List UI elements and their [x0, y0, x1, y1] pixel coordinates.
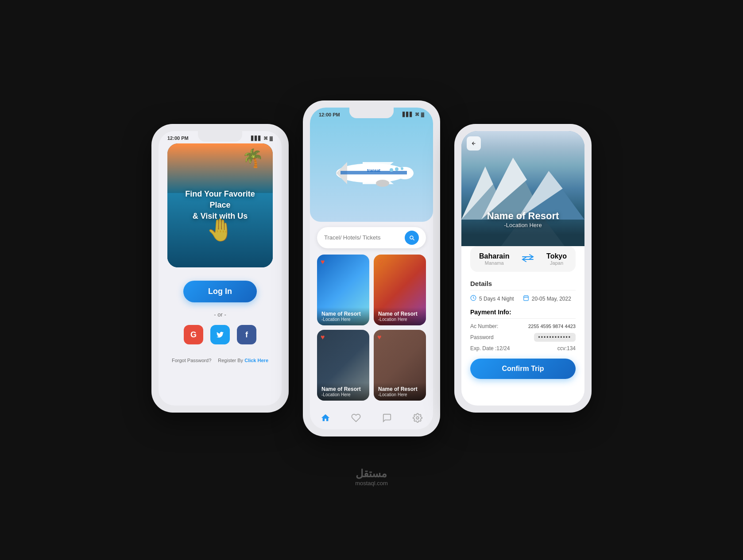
resort-card-2[interactable]: ♡ Name of Resort -Location Here — [374, 255, 426, 325]
google-button[interactable]: G — [184, 325, 203, 344]
svg-point-6 — [376, 180, 389, 187]
card-sub-4: -Location Here — [378, 392, 422, 397]
to-city-sub: Japan — [546, 260, 567, 266]
duration-text: 5 Days 4 Night — [479, 296, 514, 302]
hero-line2: & Visit with Us — [178, 211, 262, 222]
search-button[interactable] — [405, 231, 419, 245]
phones-container: 12:00 PM ▋▋▋ ⌘ ▓ 🌴 🤚 Find Your Favorite … — [134, 74, 609, 463]
resort-card-1[interactable]: ♥ Name of Resort -Location Here — [317, 255, 369, 325]
plane-bg: transat — [310, 120, 433, 222]
expiry-label: Exp. Date :12/24 — [470, 345, 510, 351]
card-title-3: Name of Resort — [321, 386, 365, 392]
heart-icon-1[interactable]: ♥ — [321, 258, 325, 266]
click-here-link[interactable]: Click Here — [244, 358, 268, 363]
time-1: 12:00 PM — [167, 135, 189, 141]
date-detail: 20-05 May, 2022 — [523, 295, 571, 302]
register-text: Register By Click Here — [218, 358, 268, 363]
hero-text: Find Your Favorite Place & Visit with Us — [178, 189, 262, 222]
card-info-1: Name of Resort -Location Here — [317, 307, 369, 325]
resort-card-3[interactable]: ♥ Name of Resort -Location Here — [317, 330, 369, 401]
card-info-4: Name of Resort -Location Here — [374, 382, 426, 401]
confirm-button[interactable]: Confirm Trip — [470, 359, 576, 379]
nav-settings[interactable] — [413, 413, 422, 425]
card-info-3: Name of Resort -Location Here — [317, 382, 369, 401]
svg-text:transat: transat — [367, 168, 380, 173]
hero-image: 🌴 🤚 Find Your Favorite Place & Visit wit… — [167, 143, 273, 267]
resort-title-overlay: Name of Resort -Location Here — [461, 210, 584, 228]
password-row: Password •••••••••••• — [470, 333, 576, 342]
notch-2 — [349, 108, 394, 118]
clock-icon — [470, 295, 476, 302]
watermark-latin: mostaql.com — [355, 480, 388, 487]
nav-chat[interactable] — [382, 413, 392, 425]
card-sub-3: -Location Here — [321, 392, 365, 397]
login-button[interactable]: Log In — [183, 281, 257, 302]
ac-number-row: Ac Number: 2255 4595 9874 4423 — [470, 323, 576, 329]
card-title-4: Name of Resort — [378, 386, 422, 392]
date-text: 20-05 May, 2022 — [532, 296, 571, 302]
search-input[interactable] — [324, 234, 405, 241]
bottom-nav — [310, 407, 433, 429]
phone-search-screen: 12:00 PM ▋▋▋ ⌘ ▓ — [310, 108, 433, 429]
details-card: Baharain Manama Tokyo Japan Details — [461, 237, 584, 406]
or-divider: - or - — [167, 311, 273, 318]
watermark-arabic: مستقل — [355, 467, 388, 480]
nav-home[interactable] — [321, 413, 330, 425]
palm-tree-icon: 🌴 — [242, 148, 264, 169]
forgot-password[interactable]: Forgot Password? — [172, 358, 211, 363]
wifi-icon: ⌘ — [263, 136, 268, 141]
search-bar[interactable] — [317, 227, 426, 248]
phone-details: Name of Resort -Location Here Baharain M… — [454, 124, 592, 413]
svg-point-12 — [417, 417, 419, 419]
wifi-icon-2: ⌘ — [415, 112, 419, 117]
facebook-button[interactable]: f — [237, 325, 256, 344]
password-label: Password — [470, 334, 494, 340]
card-info-2: Name of Resort -Location Here — [374, 307, 426, 325]
signal-icon-2: ▋▋▋ — [402, 112, 413, 117]
hero-plane: transat — [310, 120, 433, 222]
time-2: 12:00 PM — [319, 112, 340, 117]
battery-icon-2: ▓ — [421, 112, 424, 117]
phone-login: 12:00 PM ▋▋▋ ⌘ ▓ 🌴 🤚 Find Your Favorite … — [151, 124, 289, 413]
login-content: 🌴 🤚 Find Your Favorite Place & Visit wit… — [159, 143, 282, 372]
nav-favorites[interactable] — [351, 413, 361, 425]
to-city-name: Tokyo — [546, 252, 567, 260]
to-city: Tokyo Japan — [546, 252, 567, 266]
back-button[interactable] — [467, 136, 481, 151]
expiry-row: Exp. Date :12/24 ccv:134 — [470, 345, 576, 351]
card-sub-2: -Location Here — [378, 317, 422, 322]
heart-icon-4[interactable]: ♥ — [377, 333, 382, 341]
resort-hero: Name of Resort -Location Here — [461, 131, 584, 246]
from-city-sub: Manama — [479, 260, 509, 266]
svg-point-9 — [395, 167, 399, 171]
status-icons-2: ▋▋▋ ⌘ ▓ — [402, 112, 424, 117]
resort-location: -Location Here — [461, 222, 584, 228]
svg-point-8 — [390, 168, 393, 172]
phone-search: 12:00 PM ▋▋▋ ⌘ ▓ — [303, 100, 440, 436]
footer-links: Forgot Password? Register By Click Here — [167, 358, 273, 363]
card-sub-1: -Location Here — [321, 317, 365, 322]
status-icons-1: ▋▋▋ ⌘ ▓ — [251, 136, 273, 141]
route-arrows — [522, 254, 534, 265]
duration-detail: 5 Days 4 Night — [470, 295, 514, 302]
twitter-button[interactable] — [210, 325, 230, 344]
notch — [198, 131, 242, 142]
password-value: •••••••••••• — [534, 333, 576, 342]
card-title-2: Name of Resort — [378, 311, 422, 317]
phone-details-screen: Name of Resort -Location Here Baharain M… — [461, 131, 584, 406]
hero-line1: Find Your Favorite Place — [178, 189, 262, 211]
heart-icon-2[interactable]: ♡ — [377, 258, 383, 266]
payment-section: Payment Info: Ac Number: 2255 4595 9874 … — [470, 309, 576, 351]
signal-icon: ▋▋▋ — [251, 136, 262, 141]
plane-svg: transat — [323, 144, 420, 197]
from-city: Baharain Manama — [479, 252, 509, 266]
cards-grid: ♥ Name of Resort -Location Here ♡ Name o… — [310, 255, 433, 401]
resort-card-4[interactable]: ♥ Name of Resort -Location Here — [374, 330, 426, 401]
battery-icon: ▓ — [270, 136, 273, 141]
details-row: 5 Days 4 Night 20-05 May, 2022 — [470, 295, 576, 302]
calendar-icon — [523, 295, 529, 302]
watermark: مستقل mostaql.com — [355, 467, 388, 487]
card-title-1: Name of Resort — [321, 311, 365, 317]
svg-rect-21 — [523, 296, 528, 301]
heart-icon-3[interactable]: ♥ — [321, 333, 325, 341]
